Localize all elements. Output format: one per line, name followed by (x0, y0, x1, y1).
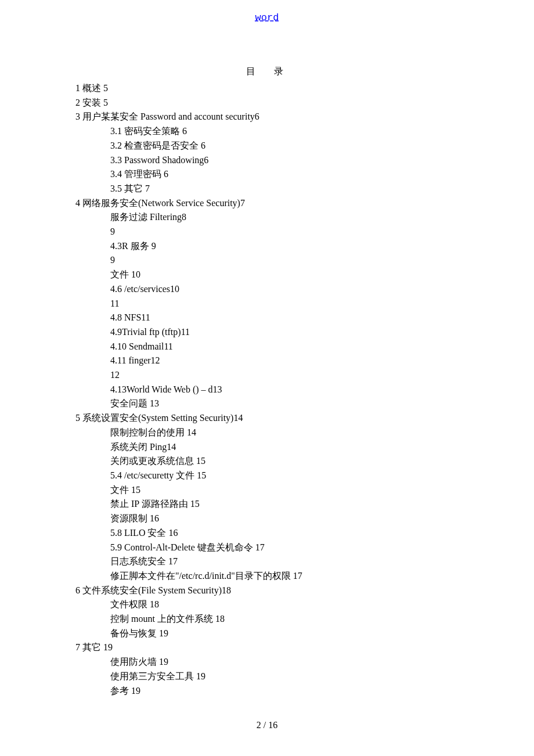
toc-entry[interactable]: 3 用户某某安全 Password and account security6 (75, 110, 459, 124)
toc-entry[interactable]: 安全问题 13 (75, 397, 459, 411)
toc-entry[interactable]: 9 (75, 253, 459, 268)
toc-entry[interactable]: 4 网络服务安全(Network Service Security)7 (75, 196, 459, 211)
toc-entry[interactable]: 6 文件系统安全(File System Security)18 (75, 584, 459, 598)
toc-entry[interactable]: 使用防火墙 19 (75, 655, 459, 669)
toc-entry[interactable]: 文件 10 (75, 268, 459, 282)
toc-title: 目 录 (0, 66, 534, 78)
toc-entry[interactable]: 限制控制台的使用 14 (75, 426, 459, 440)
toc-entry[interactable]: 资源限制 16 (75, 512, 459, 526)
toc-entry[interactable]: 7 其它 19 (75, 640, 459, 655)
toc-entry[interactable]: 1 概述 5 (75, 81, 459, 96)
header-link[interactable]: word (0, 12, 534, 23)
toc-content: 1 概述 52 安装 53 用户某某安全 Password and accoun… (75, 81, 459, 698)
toc-entry[interactable]: 3.3 Password Shadowing6 (75, 153, 459, 168)
toc-entry[interactable]: 备份与恢复 19 (75, 627, 459, 641)
toc-entry[interactable]: 5.4 /etc/securetty 文件 15 (75, 469, 459, 483)
toc-entry[interactable]: 关闭或更改系统信息 15 (75, 454, 459, 469)
toc-entry[interactable]: 文件 15 (75, 483, 459, 498)
toc-entry[interactable]: 5.8 LILO 安全 16 (75, 526, 459, 541)
toc-entry[interactable]: 4.8 NFS11 (75, 311, 459, 325)
toc-entry[interactable]: 修正脚本文件在"/etc/rc.d/init.d"目录下的权限 17 (75, 569, 459, 584)
toc-entry[interactable]: 4.13World Wide Web () – d13 (75, 383, 459, 397)
toc-entry[interactable]: 4.10 Sendmail11 (75, 340, 459, 354)
toc-entry[interactable]: 5 系统设置安全(System Setting Security)14 (75, 411, 459, 426)
toc-entry[interactable]: 文件权限 18 (75, 597, 459, 612)
toc-entry[interactable]: 9 (75, 225, 459, 239)
toc-entry[interactable]: 系统关闭 Ping14 (75, 440, 459, 455)
toc-entry[interactable]: 4.11 finger12 (75, 354, 459, 368)
toc-entry[interactable]: 12 (75, 368, 459, 383)
toc-entry[interactable]: 3.2 检查密码是否安全 6 (75, 139, 459, 153)
toc-entry[interactable]: 日志系统安全 17 (75, 555, 459, 569)
toc-entry[interactable]: 11 (75, 297, 459, 311)
toc-entry[interactable]: 5.9 Control-Alt-Delete 键盘关机命令 17 (75, 541, 459, 555)
toc-entry[interactable]: 禁止 IP 源路径路由 15 (75, 497, 459, 512)
toc-entry[interactable]: 2 安装 5 (75, 96, 459, 110)
toc-entry[interactable]: 参考 19 (75, 684, 459, 699)
toc-entry[interactable]: 4.6 /etc/services10 (75, 282, 459, 297)
toc-entry[interactable]: 3.4 管理密码 6 (75, 167, 459, 182)
toc-entry[interactable]: 使用第三方安全工具 19 (75, 669, 459, 684)
toc-entry[interactable]: 4.3R 服务 9 (75, 239, 459, 254)
toc-entry[interactable]: 控制 mount 上的文件系统 18 (75, 612, 459, 627)
toc-entry[interactable]: 4.9Trivial ftp (tftp)11 (75, 325, 459, 340)
page-number: 2 / 16 (0, 720, 534, 730)
toc-entry[interactable]: 服务过滤 Filtering8 (75, 210, 459, 225)
toc-entry[interactable]: 3.5 其它 7 (75, 182, 459, 196)
toc-entry[interactable]: 3.1 密码安全策略 6 (75, 124, 459, 139)
